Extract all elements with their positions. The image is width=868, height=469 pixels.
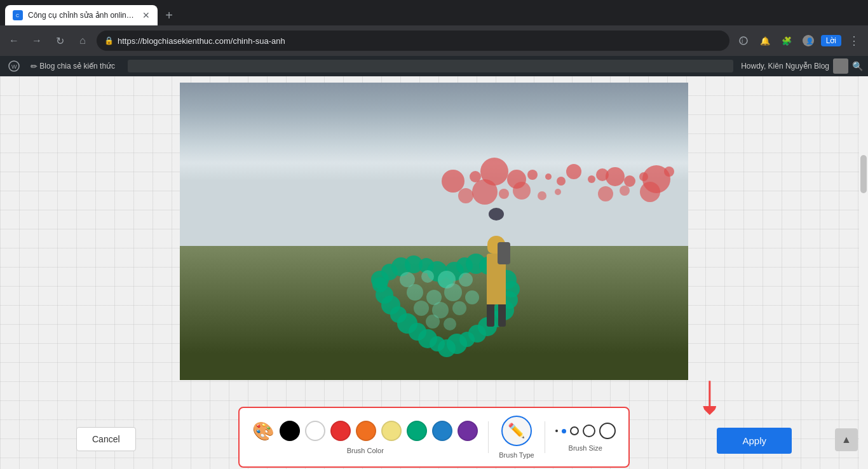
color-swatch-black[interactable] (280, 421, 300, 441)
cancel-button[interactable]: Cancel (76, 427, 136, 451)
wp-logo-icon[interactable]: W (5, 57, 23, 75)
brush-panel: 🎨 Brush Color ✏️ (238, 407, 629, 468)
home-button[interactable]: ⌂ (74, 32, 92, 50)
brush-type-controls: ✏️ (501, 416, 532, 446)
svg-text:W: W (11, 64, 17, 70)
brush-size-large-button[interactable] (570, 426, 579, 435)
brush-size-label: Brush Size (569, 444, 602, 452)
notification-icon[interactable]: 🔔 (756, 32, 774, 50)
tab-title: Công cụ chỉnh sửa ảnh online - E... (28, 11, 137, 20)
wp-avatar (833, 58, 848, 74)
ground-layer (180, 246, 688, 380)
person-figure (477, 223, 515, 306)
color-swatch-blue[interactable] (432, 421, 452, 441)
person-legs (477, 304, 515, 327)
color-swatch-teal[interactable] (407, 421, 427, 441)
scroll-to-top-button[interactable]: ▲ (835, 428, 858, 451)
svg-text:C: C (16, 13, 19, 18)
apply-button[interactable]: Apply (717, 428, 792, 454)
color-swatch-white[interactable] (305, 421, 325, 441)
wp-admin-bar: W ✏ Blog chia sẻ kiến thức Howdy, Kiên N… (0, 56, 868, 76)
divider-1 (488, 421, 489, 453)
person-left-leg (487, 304, 494, 327)
svg-text:🔔: 🔔 (760, 36, 770, 46)
scrollbar[interactable] (859, 76, 868, 469)
pencil-icon: ✏️ (508, 423, 525, 439)
brush-type-pencil-button[interactable]: ✏️ (501, 416, 532, 446)
person-right-leg (498, 304, 506, 327)
address-bar-row: ← → ↻ ⌂ 🔒 https://blogchiasekienthuc.com… (0, 25, 868, 56)
new-tab-button[interactable]: + (160, 6, 178, 24)
brush-size-xlarge-button[interactable] (583, 425, 595, 437)
brush-size-xxlarge-button[interactable] (599, 423, 616, 439)
extensions-icon[interactable]: i (735, 32, 752, 50)
tab-bar: C Công cụ chỉnh sửa ảnh online - E... ✕ … (0, 0, 868, 25)
brush-size-small-button[interactable] (555, 430, 558, 432)
wp-edit-icon: ✏ (31, 62, 37, 71)
svg-point-2 (740, 37, 747, 44)
lock-icon: 🔒 (104, 36, 114, 45)
brush-size-controls (555, 423, 616, 439)
chevron-up-icon: ▲ (841, 434, 851, 445)
browser-chrome: C Công cụ chỉnh sửa ảnh online - E... ✕ … (0, 0, 868, 56)
brush-type-label: Brush Type (499, 451, 534, 459)
svg-line-78 (697, 381, 722, 406)
profile-avatar-icon[interactable]: 👤 (799, 32, 817, 50)
back-button[interactable]: ← (5, 32, 23, 50)
color-swatch-red[interactable] (330, 421, 351, 441)
browser-toolbar-right: i 🔔 🧩 👤 Lời ⋮ (735, 32, 863, 50)
active-tab[interactable]: C Công cụ chỉnh sửa ảnh online - E... ✕ (5, 5, 158, 25)
main-content: 🎨 Brush Color ✏️ (0, 76, 868, 469)
wp-site-name[interactable]: ✏ Blog chia sẻ kiến thức (25, 56, 120, 76)
url-text: https://blogchiasekienthuc.com/chinh-sua… (118, 36, 285, 46)
brush-color-label: Brush Color (347, 447, 384, 454)
address-bar[interactable]: 🔒 https://blogchiasekienthuc.com/chinh-s… (97, 31, 729, 51)
tab-favicon: C (13, 10, 23, 20)
brush-type-section: ✏️ Brush Type (499, 416, 534, 459)
wp-howdy-text: Howdy, Kiên Nguyễn Blog 🔍 (741, 58, 863, 74)
cloud-layer (180, 83, 688, 261)
login-button[interactable]: Lời (821, 35, 841, 46)
person-body (487, 254, 506, 304)
brush-size-medium-button[interactable] (562, 429, 566, 433)
close-tab-button[interactable]: ✕ (142, 10, 150, 20)
divider-2 (545, 421, 545, 453)
scrollbar-thumb[interactable] (860, 155, 867, 193)
person-backpack (498, 242, 510, 264)
svg-text:i: i (742, 37, 743, 44)
reload-button[interactable]: ↻ (51, 32, 69, 50)
color-swatch-orange[interactable] (356, 421, 376, 441)
person-hat (489, 208, 504, 221)
svg-text:👤: 👤 (806, 37, 814, 45)
svg-text:🧩: 🧩 (782, 36, 792, 46)
forward-button[interactable]: → (28, 32, 46, 50)
wp-toolbar-blurred (128, 60, 733, 72)
extension-puzzle-icon[interactable]: 🧩 (778, 32, 796, 50)
palette-icon[interactable]: 🎨 (252, 421, 275, 442)
wp-search-icon[interactable]: 🔍 (852, 61, 863, 71)
brush-size-section: Brush Size (555, 423, 616, 452)
more-options-icon[interactable]: ⋮ (845, 32, 863, 50)
canvas-wrapper[interactable] (180, 83, 688, 380)
brush-color-section: 🎨 Brush Color (252, 421, 478, 454)
canvas-image[interactable] (180, 83, 688, 380)
brush-color-controls: 🎨 (252, 421, 478, 442)
color-swatch-yellow[interactable] (381, 421, 402, 441)
color-swatch-purple[interactable] (458, 421, 478, 441)
